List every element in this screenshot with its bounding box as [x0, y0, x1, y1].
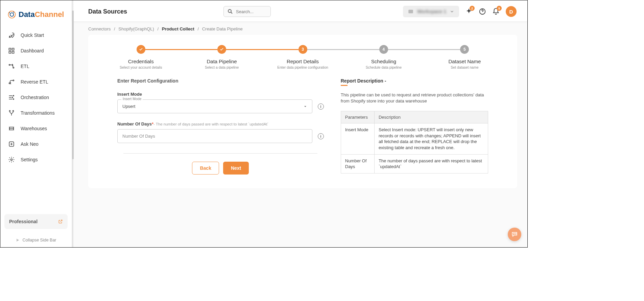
step-title: Scheduling	[343, 59, 424, 64]
num-days-input[interactable]	[117, 129, 312, 143]
search-input[interactable]	[236, 9, 267, 14]
sidebar-item-dashboard[interactable]: Dashboard	[3, 43, 69, 59]
breadcrumb-sep: /	[114, 26, 115, 31]
sidebar-item-etl[interactable]: ETL	[3, 59, 69, 74]
sidebar-item-orchestration[interactable]: Orchestration	[3, 90, 69, 105]
svg-rect-6	[12, 48, 14, 50]
plan-box[interactable]: Professional	[4, 214, 68, 229]
sidebar-item-reverse-etl[interactable]: Reverse ETL	[3, 74, 69, 90]
header: Data Sources Workspace 1 2	[72, 0, 527, 22]
info-icon[interactable]: i	[318, 133, 324, 139]
step-subtitle: Enter data pipeline configuration	[262, 65, 343, 69]
table-cell: Select Insert mode: UPSERT will insert o…	[374, 123, 488, 154]
breadcrumb-item[interactable]: Create Data Pipeline	[202, 26, 243, 31]
breadcrumb-item[interactable]: Connectors	[88, 26, 111, 31]
sidebar-item-warehouses[interactable]: Warehouses	[3, 121, 69, 136]
svg-point-3	[14, 16, 15, 17]
description-underline	[341, 85, 348, 86]
help-button[interactable]	[479, 8, 486, 15]
next-button[interactable]: Next	[223, 162, 249, 175]
step-title: Data Pipeline	[181, 59, 262, 64]
reverse-etl-icon	[8, 78, 15, 86]
table-header: Description	[374, 111, 488, 123]
back-button[interactable]: Back	[192, 162, 219, 175]
step-data-pipeline[interactable]: Data Pipeline Select a data pipeline	[181, 45, 262, 69]
svg-point-13	[13, 95, 14, 96]
svg-point-0	[8, 11, 16, 18]
sidebar-item-label: Orchestration	[21, 95, 49, 100]
logo-text-2: Channel	[35, 10, 64, 19]
step-credentials[interactable]: Credentials Select your account details	[100, 45, 181, 69]
chevron-down-icon	[450, 9, 454, 14]
table-row: Number Of Days The number of days passed…	[341, 154, 488, 173]
rocket-icon	[8, 31, 15, 39]
sidebar-item-quick-start[interactable]: Quick Start	[3, 27, 69, 43]
check-icon	[137, 45, 145, 54]
insert-mode-select[interactable]: Upsert	[117, 99, 312, 113]
nav: Quick Start Dashboard ETL Reverse ETL Or…	[0, 26, 72, 210]
insert-mode-floating-label: Insert Mode	[121, 97, 143, 101]
step-title: Dataset Name	[424, 59, 505, 64]
sidebar-item-settings[interactable]: Settings	[3, 152, 69, 167]
step-number: 4	[379, 45, 388, 54]
svg-point-22	[515, 234, 515, 234]
check-icon	[217, 45, 226, 54]
insert-mode-value: Upsert	[122, 104, 135, 109]
form-column: Enter Report Configuration Insert Mode I…	[117, 78, 324, 175]
step-dataset-name[interactable]: 5 Dataset Name Set dataset name	[424, 45, 505, 69]
collapse-sidebar-button[interactable]: Collapse Side Bar	[0, 233, 72, 247]
ask-neo-icon	[8, 140, 15, 148]
step-scheduling[interactable]: 4 Scheduling Schedule data pipeline	[343, 45, 424, 69]
plan-label: Professional	[9, 219, 38, 224]
sidebar-item-ask-neo[interactable]: Ask Neo	[3, 136, 69, 152]
step-report-details[interactable]: 3 Report Details Enter data pipeline con…	[262, 45, 343, 69]
bell-badge: 9	[497, 6, 502, 11]
breadcrumb-item[interactable]: Product Collect	[162, 26, 194, 31]
num-days-label: Number Of Days*- The number of days pass…	[117, 121, 324, 126]
svg-rect-8	[12, 51, 14, 53]
search-icon	[227, 8, 233, 15]
logo[interactable]: DataChannel	[0, 0, 72, 26]
table-header: Parameters	[341, 111, 374, 123]
avatar[interactable]: D	[506, 6, 517, 17]
table-cell: The number of days passed are with respe…	[374, 154, 488, 173]
dashboard-icon	[8, 47, 15, 54]
scrollbar-thumb[interactable]	[72, 10, 74, 159]
svg-point-17	[11, 159, 13, 161]
logo-icon	[7, 10, 17, 19]
chat-button[interactable]	[508, 228, 521, 241]
description-column: Report Description - This pipeline can b…	[341, 78, 488, 175]
svg-point-10	[13, 67, 14, 68]
sidebar-item-label: Settings	[21, 157, 38, 162]
svg-rect-5	[9, 48, 11, 50]
svg-point-14	[12, 97, 13, 98]
breadcrumb-item[interactable]: Shopify(GraphQL)	[118, 26, 154, 31]
info-icon[interactable]: i	[318, 103, 324, 110]
svg-point-23	[516, 234, 516, 234]
svg-point-1	[10, 13, 14, 17]
breadcrumb: Connectors / Shopify(GraphQL) / Product …	[72, 22, 527, 35]
search-box[interactable]	[223, 6, 271, 17]
step-subtitle: Select your account details	[100, 65, 181, 69]
insert-mode-label: Insert Mode	[117, 92, 324, 97]
workspace-name: Workspace 1	[417, 9, 446, 14]
divider	[123, 153, 317, 154]
section-title: Enter Report Configuration	[117, 78, 324, 84]
collapse-icon	[16, 238, 20, 242]
bell-button[interactable]: 9	[492, 8, 500, 15]
table-row: Insert Mode Select Insert mode: UPSERT w…	[341, 123, 488, 154]
svg-point-15	[13, 99, 14, 100]
svg-point-4	[13, 12, 14, 13]
main: Data Sources Workspace 1 2	[72, 0, 527, 247]
etl-icon	[8, 63, 15, 70]
sparkle-badge: 2	[470, 6, 475, 11]
sidebar: DataChannel Quick Start Dashboard ETL Re…	[0, 0, 72, 247]
collapse-label: Collapse Side Bar	[22, 238, 56, 242]
step-number: 3	[299, 45, 307, 54]
workspace-icon	[408, 8, 414, 15]
dropdown-icon	[303, 105, 307, 109]
sidebar-item-transformations[interactable]: Transformations	[3, 105, 69, 121]
sparkle-button[interactable]: 2	[465, 8, 473, 15]
workspace-dropdown[interactable]: Workspace 1	[403, 6, 459, 17]
sidebar-item-label: Warehouses	[21, 126, 47, 131]
